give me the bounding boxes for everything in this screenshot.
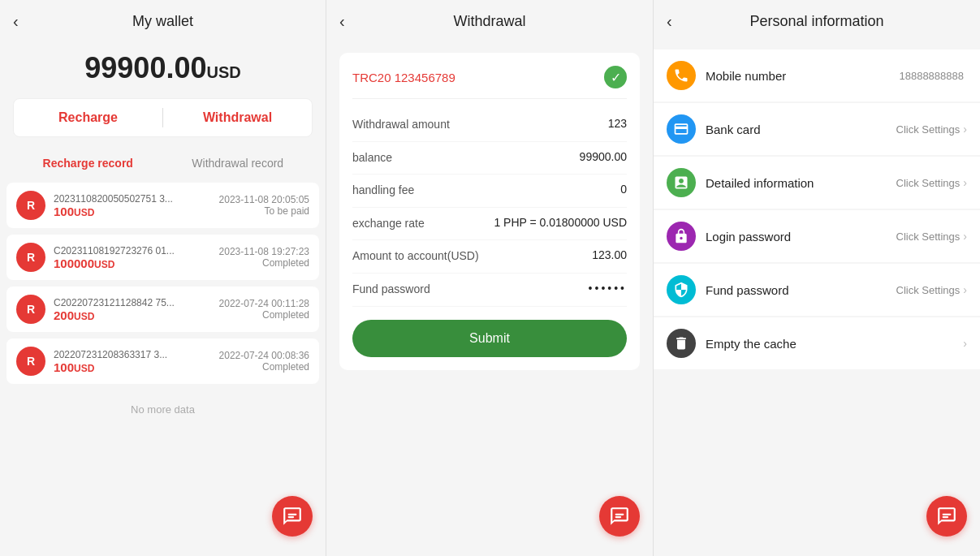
chat-button-left[interactable]: [272, 496, 313, 537]
empty-cache-icon: [667, 329, 696, 358]
personal-info-panel: ‹ Personal information Mobile number 188…: [654, 0, 980, 556]
bank-card-icon: [667, 114, 696, 144]
withdrawal-title: Withdrawal: [453, 13, 525, 30]
personal-info-back-button[interactable]: ‹: [667, 12, 672, 31]
fund-password-label: Fund password: [352, 282, 430, 298]
address-check-icon: ✓: [604, 66, 627, 88]
mobile-number-label: Mobile number: [706, 69, 899, 83]
mobile-number-item[interactable]: Mobile number 18888888888: [654, 50, 980, 101]
recharge-record-tab[interactable]: Recharge record: [13, 150, 163, 176]
login-password-arrow: ›: [963, 230, 967, 243]
withdrawal-button[interactable]: Withdrawal: [163, 99, 312, 136]
balance-label: balance: [352, 150, 392, 166]
personal-info-header: ‹ Personal information: [654, 0, 980, 43]
record-amount-4: 100USD: [54, 360, 219, 374]
svg-rect-5: [943, 516, 949, 518]
withdrawal-amount-label: Withdrawal amount: [352, 117, 450, 133]
record-status-3: Completed: [219, 309, 309, 321]
record-date-3: 2022-07-24 00:11:28: [219, 298, 309, 309]
wallet-title: My wallet: [132, 13, 193, 30]
record-avatar-1: R: [16, 191, 45, 220]
mobile-number-value: 18888888888: [899, 70, 964, 82]
record-meta-2: 2023-11-08 19:27:23 Completed: [219, 246, 309, 269]
withdrawal-amount-row: Withdrawal amount 123: [352, 109, 627, 142]
chat-icon-left: [282, 506, 303, 527]
record-item-2[interactable]: R C20231108192723276 01... 100000USD 202…: [6, 235, 319, 280]
exchange-rate-row: exchange rate 1 PHP = 0.01800000 USD: [352, 208, 627, 241]
fund-password-item[interactable]: Fund password Click Settings ›: [654, 264, 980, 316]
balance-amount: 99900.00USD: [84, 51, 240, 84]
record-date-1: 2023-11-08 20:05:05: [219, 194, 309, 205]
withdrawal-back-button[interactable]: ‹: [339, 12, 345, 31]
amount-account-row: Amount to account(USD) 123.00: [352, 240, 627, 274]
empty-cache-arrow: ›: [963, 337, 967, 350]
login-password-label: Login password: [706, 230, 896, 244]
record-id-4: 202207231208363317 3...: [54, 349, 219, 360]
withdrawal-record-tab[interactable]: Withdrawal record: [163, 150, 313, 176]
withdrawal-amount-value: 123: [608, 117, 627, 130]
svg-rect-1: [288, 516, 295, 518]
detailed-info-item[interactable]: Detailed information Click Settings ›: [654, 157, 980, 209]
record-avatar-3: R: [16, 295, 45, 324]
record-avatar-4: R: [16, 347, 45, 376]
record-meta-4: 2022-07-24 00:08:36 Completed: [219, 350, 309, 373]
wallet-balance-section: 99900.00USD: [0, 43, 326, 98]
record-tabs: Recharge record Withdrawal record: [0, 150, 326, 176]
chat-icon-right: [936, 506, 957, 527]
record-item-3[interactable]: R C20220723121128842 75... 200USD 2022-0…: [6, 287, 319, 332]
amount-account-label: Amount to account(USD): [352, 248, 479, 265]
record-id-1: 2023110820050502751 3...: [54, 193, 219, 205]
detailed-info-icon: [667, 168, 696, 197]
wallet-panel: ‹ My wallet 99900.00USD Recharge Withdra…: [0, 0, 326, 556]
empty-cache-item[interactable]: Empty the cache ›: [654, 317, 980, 369]
withdrawal-card: TRC20 123456789 ✓ Withdrawal amount 123 …: [339, 53, 640, 370]
wallet-back-button[interactable]: ‹: [13, 12, 19, 31]
bank-card-label: Bank card: [706, 123, 896, 136]
record-date-2: 2023-11-08 19:27:23: [219, 246, 309, 257]
balance-number: 99900.00: [84, 51, 206, 84]
record-info-2: C20231108192723276 01... 100000USD: [54, 245, 219, 270]
exchange-rate-label: exchange rate: [352, 216, 425, 232]
svg-rect-0: [288, 514, 297, 515]
chat-button-mid[interactable]: [599, 496, 640, 537]
svg-rect-4: [943, 514, 952, 515]
fund-password-arrow: ›: [963, 283, 967, 296]
record-status-1: To be paid: [219, 205, 309, 217]
detailed-info-arrow: ›: [963, 176, 967, 189]
bank-card-item[interactable]: Bank card Click Settings ›: [654, 103, 980, 155]
fund-password-row: Fund password ••••••: [352, 274, 627, 307]
login-password-icon: [667, 222, 696, 251]
handling-fee-value: 0: [620, 183, 627, 196]
submit-button[interactable]: Submit: [352, 320, 627, 357]
chat-button-right[interactable]: [926, 496, 967, 537]
fund-password-icon: [667, 275, 696, 304]
wallet-actions: Recharge Withdrawal: [13, 98, 313, 137]
mobile-icon: [667, 61, 696, 90]
record-item-4[interactable]: R 202207231208363317 3... 100USD 2022-07…: [6, 338, 319, 384]
record-item-1[interactable]: R 2023110820050502751 3... 100USD 2023-1…: [6, 183, 319, 228]
recharge-button[interactable]: Recharge: [14, 99, 162, 136]
balance-value: 99900.00: [580, 150, 627, 163]
balance-row: balance 99900.00: [352, 142, 627, 175]
login-password-action: Click Settings: [896, 231, 961, 243]
record-date-4: 2022-07-24 00:08:36: [219, 350, 309, 361]
no-more-data: No more data: [0, 390, 326, 429]
svg-rect-3: [615, 516, 622, 518]
withdrawal-panel: ‹ Withdrawal TRC20 123456789 ✓ Withdrawa…: [326, 0, 654, 556]
amount-account-value: 123.00: [592, 248, 627, 261]
login-password-item[interactable]: Login password Click Settings ›: [654, 210, 980, 262]
record-list: R 2023110820050502751 3... 100USD 2023-1…: [0, 183, 326, 390]
withdrawal-address-row: TRC20 123456789 ✓: [352, 66, 627, 98]
fund-password-value: ••••••: [589, 282, 627, 295]
bank-card-action: Click Settings: [896, 123, 961, 136]
record-id-3: C20220723121128842 75...: [54, 297, 219, 308]
handling-fee-row: handling fee 0: [352, 175, 627, 208]
detailed-info-action: Click Settings: [896, 177, 961, 189]
record-avatar-2: R: [16, 243, 45, 272]
handling-fee-label: handling fee: [352, 183, 414, 199]
record-meta-3: 2022-07-24 00:11:28 Completed: [219, 298, 309, 321]
record-amount-1: 100USD: [54, 205, 219, 218]
empty-cache-label: Empty the cache: [706, 337, 960, 351]
detailed-info-label: Detailed information: [706, 176, 896, 190]
record-info-1: 2023110820050502751 3... 100USD: [54, 193, 219, 218]
